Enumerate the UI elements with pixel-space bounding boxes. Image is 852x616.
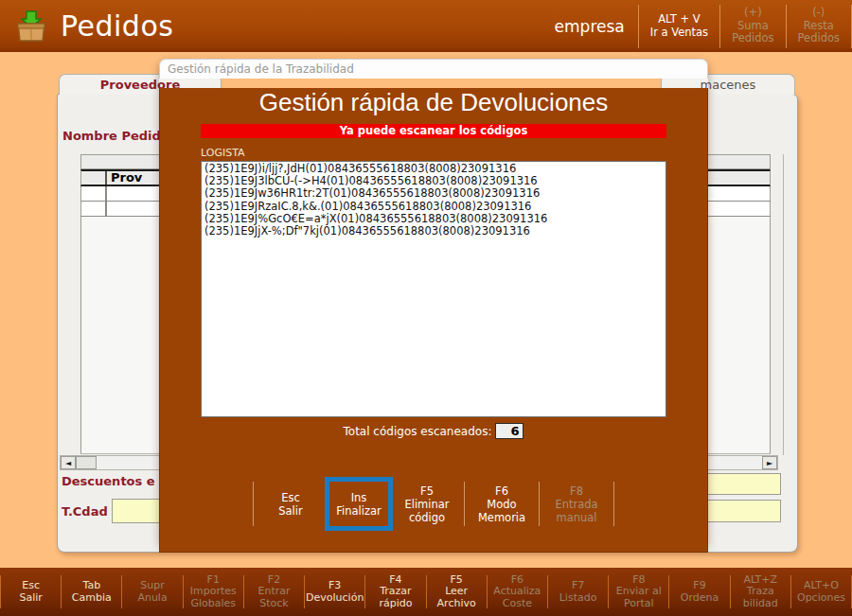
tcdad-label: T.Cdad bbox=[62, 504, 108, 519]
row-selector-cell bbox=[81, 202, 107, 216]
nav-suma-pedidos: (+) Suma Pedidos bbox=[719, 5, 785, 48]
header-nav: ALT + V Ir a Ventas (+) Suma Pedidos (-)… bbox=[638, 0, 852, 52]
focus-highlight-box: Ins Finalizar bbox=[325, 477, 393, 531]
ins-finalizar-button[interactable]: Ins Finalizar bbox=[329, 482, 388, 526]
table-header-prov: Prov bbox=[107, 171, 142, 185]
logista-label: LOGISTA bbox=[201, 147, 666, 159]
app-title: Pedidos bbox=[61, 9, 173, 43]
fkey-f5-leer-archivo[interactable]: F5 Leer Archivo bbox=[427, 568, 487, 616]
separator bbox=[539, 482, 540, 526]
dialog-heading: Gestión rápida de Devoluciones bbox=[160, 88, 707, 117]
table-header-col1 bbox=[81, 171, 107, 185]
f6-modo-memoria-button[interactable]: F6 Modo Memoria bbox=[470, 477, 533, 531]
header: Pedidos empresa ALT + V Ir a Ventas (+) … bbox=[0, 0, 852, 52]
row-selector-cell bbox=[81, 186, 107, 201]
scanned-codes-list[interactable]: (235)1E9J)i/ljj?,JdH(01)08436555618803(8… bbox=[201, 161, 666, 417]
fkey-f7-listado: F7 Listado bbox=[548, 568, 608, 616]
panel-divider bbox=[783, 154, 784, 455]
f5-eliminar-codigo-button[interactable]: F5 Eliminar código bbox=[396, 477, 458, 531]
esc-salir-button[interactable]: Esc Salir bbox=[259, 477, 322, 531]
scan-status-banner: Ya puede escanear los códigos bbox=[201, 124, 666, 138]
header-right: empresa ALT + V Ir a Ventas (+) Suma Ped… bbox=[555, 0, 852, 52]
separator bbox=[464, 482, 465, 526]
nombre-pedido-label: Nombre Pedido bbox=[62, 129, 169, 143]
total-codes-value: 6 bbox=[495, 423, 524, 439]
dialog-body: Gestión rápida de Devoluciones Ya puede … bbox=[159, 88, 708, 553]
function-key-bar: Esc Salir Tab Cambia Supr Anula F1 Impor… bbox=[0, 568, 852, 616]
app-root: Pedidos empresa ALT + V Ir a Ventas (+) … bbox=[0, 0, 852, 616]
separator bbox=[253, 482, 254, 526]
separator bbox=[613, 482, 614, 526]
dialog-titlebar: Gestión rápida de la Trazabilidad bbox=[159, 59, 708, 79]
dialog-buttons: Esc Salir Ins Finalizar F5 Eliminar códi… bbox=[160, 477, 707, 531]
fkey-f2-entrar-stock: F2 Entrar Stock bbox=[244, 568, 304, 616]
fkey-altz-trazabilidad: ALT+Z Traza bilidad bbox=[731, 568, 790, 616]
trazabilidad-dialog: Gestión rápida de la Trazabilidad Gestió… bbox=[159, 59, 708, 543]
scroll-left-arrow-icon[interactable]: ◄ bbox=[61, 456, 76, 469]
fkey-supr-anula: Supr Anula bbox=[122, 568, 182, 616]
nav-ir-a-ventas[interactable]: ALT + V Ir a Ventas bbox=[638, 5, 719, 48]
nav-resta-pedidos: (-) Resta Pedidos bbox=[786, 5, 852, 48]
fkey-f4-trazar-rapido[interactable]: F4 Trazar rápido bbox=[365, 568, 425, 616]
fkey-f1-importes-globales: F1 Importes Globales bbox=[184, 568, 243, 616]
fkey-f8-enviar-al-portal: F8 Enviar al Portal bbox=[609, 568, 668, 616]
total-row: Total códigos escaneados: 6 bbox=[160, 423, 707, 439]
fkey-f9-ordena: F9 Ordena bbox=[669, 568, 729, 616]
fkey-esc-salir[interactable]: Esc Salir bbox=[1, 568, 61, 616]
fkey-f6-actualiza-coste: F6 Actualiza Coste bbox=[488, 568, 547, 616]
scroll-right-arrow-icon[interactable]: ► bbox=[762, 456, 777, 469]
fkey-tab-cambia[interactable]: Tab Cambia bbox=[62, 568, 121, 616]
f8-entrada-manual-button: F8 Entrada manual bbox=[545, 477, 608, 531]
scrollbar-thumb[interactable] bbox=[76, 456, 97, 469]
pedidos-box-icon bbox=[13, 9, 49, 44]
total-codes-label: Total códigos escaneados: bbox=[344, 425, 492, 438]
company-name: empresa bbox=[555, 17, 625, 36]
fkey-f3-devolucion[interactable]: F3 Devolución bbox=[305, 568, 364, 616]
fkey-alto-opciones: ALT+O Opciones bbox=[791, 568, 851, 616]
